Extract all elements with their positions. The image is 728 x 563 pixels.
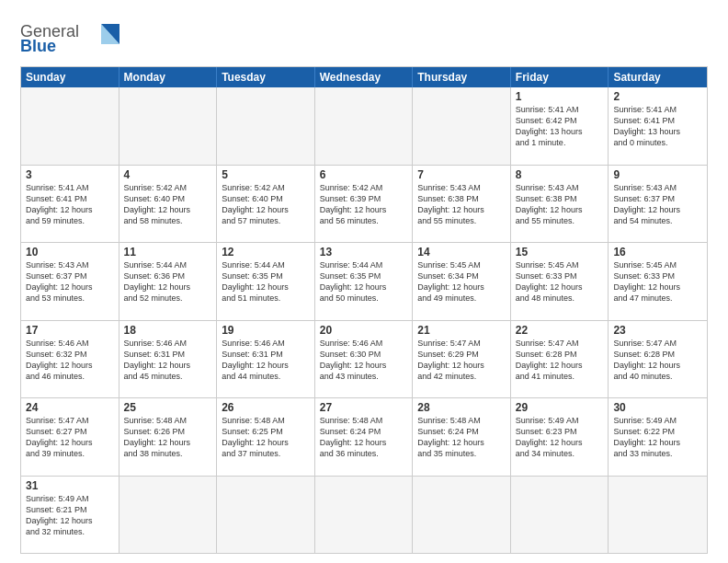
calendar-cell — [217, 477, 315, 554]
calendar-header: SundayMondayTuesdayWednesdayThursdayFrid… — [21, 67, 707, 87]
day-info: Sunrise: 5:42 AMSunset: 6:39 PMDaylight:… — [320, 182, 408, 227]
day-info: Sunrise: 5:45 AMSunset: 6:33 PMDaylight:… — [613, 259, 702, 304]
day-number: 4 — [124, 168, 212, 181]
day-info: Sunrise: 5:48 AMSunset: 6:25 PMDaylight:… — [222, 415, 310, 460]
weekday-header: Saturday — [609, 67, 707, 87]
calendar-cell: 26Sunrise: 5:48 AMSunset: 6:25 PMDayligh… — [217, 398, 315, 476]
day-info: Sunrise: 5:47 AMSunset: 6:28 PMDaylight:… — [613, 338, 702, 383]
calendar-cell: 9Sunrise: 5:43 AMSunset: 6:37 PMDaylight… — [609, 166, 707, 243]
day-number: 31 — [26, 479, 114, 492]
day-number: 18 — [124, 324, 212, 337]
calendar-cell — [315, 477, 414, 554]
calendar-cell: 12Sunrise: 5:44 AMSunset: 6:35 PMDayligh… — [217, 243, 315, 320]
day-info: Sunrise: 5:42 AMSunset: 6:40 PMDaylight:… — [124, 182, 212, 227]
day-number: 7 — [417, 168, 506, 181]
day-number: 10 — [26, 246, 114, 259]
calendar-cell — [413, 477, 511, 554]
calendar-cell: 14Sunrise: 5:45 AMSunset: 6:34 PMDayligh… — [413, 243, 511, 320]
calendar-cell: 8Sunrise: 5:43 AMSunset: 6:38 PMDaylight… — [511, 166, 609, 243]
day-info: Sunrise: 5:47 AMSunset: 6:29 PMDaylight:… — [417, 338, 506, 383]
calendar-cell — [413, 87, 511, 165]
calendar-cell: 31Sunrise: 5:49 AMSunset: 6:21 PMDayligh… — [21, 477, 119, 554]
day-info: Sunrise: 5:43 AMSunset: 6:37 PMDaylight:… — [26, 259, 114, 304]
calendar-cell: 29Sunrise: 5:49 AMSunset: 6:23 PMDayligh… — [511, 398, 609, 476]
day-info: Sunrise: 5:41 AMSunset: 6:41 PMDaylight:… — [26, 182, 114, 227]
calendar-cell: 21Sunrise: 5:47 AMSunset: 6:29 PMDayligh… — [413, 321, 511, 398]
day-number: 6 — [320, 168, 408, 181]
day-info: Sunrise: 5:41 AMSunset: 6:41 PMDaylight:… — [613, 104, 702, 149]
day-info: Sunrise: 5:44 AMSunset: 6:36 PMDaylight:… — [124, 259, 212, 304]
calendar-row: 17Sunrise: 5:46 AMSunset: 6:32 PMDayligh… — [21, 321, 707, 399]
calendar-cell — [21, 87, 119, 165]
day-info: Sunrise: 5:48 AMSunset: 6:24 PMDaylight:… — [320, 415, 408, 460]
calendar-cell: 18Sunrise: 5:46 AMSunset: 6:31 PMDayligh… — [119, 321, 218, 398]
calendar-row: 10Sunrise: 5:43 AMSunset: 6:37 PMDayligh… — [21, 243, 707, 321]
day-number: 3 — [26, 168, 114, 181]
calendar-cell — [511, 477, 609, 554]
day-number: 29 — [516, 401, 604, 414]
calendar-cell: 27Sunrise: 5:48 AMSunset: 6:24 PMDayligh… — [315, 398, 414, 476]
day-info: Sunrise: 5:43 AMSunset: 6:37 PMDaylight:… — [613, 182, 702, 227]
calendar-cell: 6Sunrise: 5:42 AMSunset: 6:39 PMDaylight… — [315, 166, 414, 243]
day-number: 23 — [613, 324, 702, 337]
day-info: Sunrise: 5:43 AMSunset: 6:38 PMDaylight:… — [516, 182, 604, 227]
svg-text:Blue: Blue — [20, 37, 56, 55]
weekday-header: Wednesday — [315, 67, 414, 87]
calendar-cell: 23Sunrise: 5:47 AMSunset: 6:28 PMDayligh… — [609, 321, 707, 398]
calendar-cell: 15Sunrise: 5:45 AMSunset: 6:33 PMDayligh… — [511, 243, 609, 320]
day-info: Sunrise: 5:46 AMSunset: 6:30 PMDaylight:… — [320, 338, 408, 383]
calendar-cell: 24Sunrise: 5:47 AMSunset: 6:27 PMDayligh… — [21, 398, 119, 476]
header: General Blue — [20, 17, 708, 59]
calendar-cell — [217, 87, 315, 165]
day-info: Sunrise: 5:48 AMSunset: 6:26 PMDaylight:… — [124, 415, 212, 460]
day-info: Sunrise: 5:47 AMSunset: 6:27 PMDaylight:… — [26, 415, 114, 460]
day-number: 11 — [124, 246, 212, 259]
day-info: Sunrise: 5:45 AMSunset: 6:33 PMDaylight:… — [516, 259, 604, 304]
calendar-body: 1Sunrise: 5:41 AMSunset: 6:42 PMDaylight… — [21, 87, 707, 553]
weekday-header: Friday — [511, 67, 609, 87]
day-info: Sunrise: 5:49 AMSunset: 6:22 PMDaylight:… — [613, 415, 702, 460]
calendar-row: 24Sunrise: 5:47 AMSunset: 6:27 PMDayligh… — [21, 398, 707, 477]
calendar-cell — [315, 87, 414, 165]
day-info: Sunrise: 5:44 AMSunset: 6:35 PMDaylight:… — [222, 259, 310, 304]
weekday-header: Tuesday — [217, 67, 315, 87]
day-number: 9 — [613, 168, 702, 181]
day-number: 14 — [417, 246, 506, 259]
calendar-cell — [119, 87, 218, 165]
calendar: SundayMondayTuesdayWednesdayThursdayFrid… — [20, 66, 708, 554]
day-info: Sunrise: 5:43 AMSunset: 6:38 PMDaylight:… — [417, 182, 506, 227]
calendar-cell: 30Sunrise: 5:49 AMSunset: 6:22 PMDayligh… — [609, 398, 707, 476]
calendar-cell — [119, 477, 218, 554]
day-number: 15 — [516, 246, 604, 259]
day-number: 22 — [516, 324, 604, 337]
day-number: 5 — [222, 168, 310, 181]
calendar-row: 3Sunrise: 5:41 AMSunset: 6:41 PMDaylight… — [21, 166, 707, 244]
day-number: 12 — [222, 246, 310, 259]
calendar-cell: 19Sunrise: 5:46 AMSunset: 6:31 PMDayligh… — [217, 321, 315, 398]
day-number: 24 — [26, 401, 114, 414]
day-number: 27 — [320, 401, 408, 414]
calendar-cell: 28Sunrise: 5:48 AMSunset: 6:24 PMDayligh… — [413, 398, 511, 476]
day-number: 28 — [417, 401, 506, 414]
logo: General Blue — [20, 17, 121, 59]
weekday-header: Thursday — [413, 67, 511, 87]
day-info: Sunrise: 5:49 AMSunset: 6:21 PMDaylight:… — [26, 493, 114, 538]
calendar-row: 1Sunrise: 5:41 AMSunset: 6:42 PMDaylight… — [21, 87, 707, 166]
day-number: 8 — [516, 168, 604, 181]
calendar-cell: 1Sunrise: 5:41 AMSunset: 6:42 PMDaylight… — [511, 87, 609, 165]
calendar-cell: 3Sunrise: 5:41 AMSunset: 6:41 PMDaylight… — [21, 166, 119, 243]
calendar-cell: 11Sunrise: 5:44 AMSunset: 6:36 PMDayligh… — [119, 243, 218, 320]
day-number: 17 — [26, 324, 114, 337]
day-number: 30 — [613, 401, 702, 414]
day-number: 19 — [222, 324, 310, 337]
day-number: 25 — [124, 401, 212, 414]
day-info: Sunrise: 5:49 AMSunset: 6:23 PMDaylight:… — [516, 415, 604, 460]
day-number: 26 — [222, 401, 310, 414]
day-info: Sunrise: 5:44 AMSunset: 6:35 PMDaylight:… — [320, 259, 408, 304]
day-number: 1 — [516, 90, 604, 103]
calendar-cell: 17Sunrise: 5:46 AMSunset: 6:32 PMDayligh… — [21, 321, 119, 398]
day-number: 16 — [613, 246, 702, 259]
page: General Blue SundayMondayTuesdayWednesda… — [0, 0, 728, 563]
day-info: Sunrise: 5:45 AMSunset: 6:34 PMDaylight:… — [417, 259, 506, 304]
weekday-header: Sunday — [21, 67, 119, 87]
